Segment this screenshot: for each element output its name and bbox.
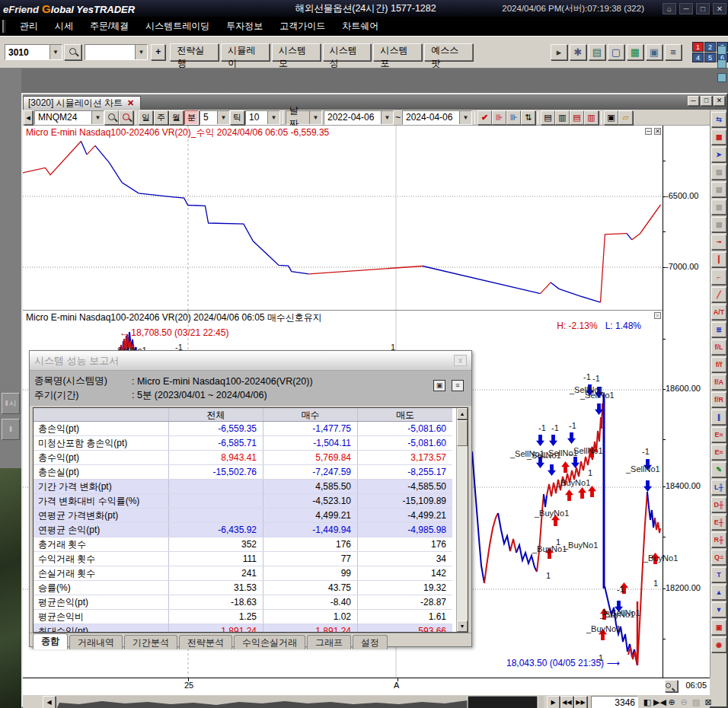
period-button-월[interactable]: 월 xyxy=(169,110,184,125)
menu-item-6[interactable]: 차트쉐어 xyxy=(334,18,387,35)
strategy-button-0[interactable]: 전략실행 xyxy=(170,43,219,61)
strategy-button-3[interactable]: 시스템성 xyxy=(323,43,372,61)
menu-item-4[interactable]: 투자정보 xyxy=(218,18,271,35)
strategy-button-2[interactable]: 시스템모 xyxy=(272,43,321,61)
chart-close-button[interactable]: ✕ xyxy=(714,96,725,106)
tick-count-combo[interactable]: 10▼ xyxy=(245,110,280,125)
scrollbar-thumb[interactable] xyxy=(457,420,468,446)
symbol-search-button[interactable] xyxy=(104,110,119,125)
camera-icon[interactable]: ▣ xyxy=(646,44,663,60)
chart-window-tab[interactable]: [3020] 시뮬레이션 차트 ✕ xyxy=(23,96,141,110)
dock-tab-quote[interactable]: ‖시 xyxy=(2,393,20,414)
tick-button[interactable]: 틱 xyxy=(230,110,244,125)
crosshair-icon[interactable]: ▨ xyxy=(711,164,726,180)
hand-icon[interactable]: ▧ xyxy=(711,182,726,197)
fib-fan-icon[interactable]: f/f xyxy=(711,357,726,372)
date-mode-combo[interactable]: 날짜▼ xyxy=(286,110,322,125)
dialog-close-icon[interactable]: x xyxy=(454,355,467,366)
price-axis[interactable]: -6500.00-7000.0018600.0018400.0018200.00 xyxy=(663,126,710,678)
low-high-icon[interactable]: L╫ xyxy=(711,480,726,495)
table-row[interactable]: 승률(%)31.5343.7519.32 xyxy=(34,581,452,595)
quick-cell-2[interactable]: 2 xyxy=(704,42,716,52)
column-header[interactable]: 매도 xyxy=(358,408,452,421)
navigator-minimap[interactable] xyxy=(56,696,544,708)
dialog-tab-수익손실거래[interactable]: 수익손실거래 xyxy=(234,635,305,649)
dialog-tab-그래프[interactable]: 그래프 xyxy=(307,635,351,649)
target-marker-icon[interactable]: ◉ xyxy=(711,637,726,652)
table-row[interactable]: 평균손익(pt)-18.63-8.40-28.87 xyxy=(34,595,452,610)
symbol-search-red-button[interactable] xyxy=(119,110,133,125)
date-from-combo[interactable]: 2022-04-06▼ xyxy=(324,110,394,125)
menu-item-2[interactable]: 주문/체결 xyxy=(81,18,137,35)
quick-cell-1[interactable]: 1 xyxy=(692,42,704,52)
arrow-up-marker-icon[interactable]: ▲ xyxy=(711,585,726,600)
e-signal-icon[interactable]: E╫ xyxy=(711,515,726,530)
period-button-분[interactable]: 분 xyxy=(184,110,199,125)
pane-restore-icon[interactable]: ▫ xyxy=(654,312,661,319)
table-row[interactable]: 기간 가격 변화(pt)4,585.50-4,585.50 xyxy=(34,480,452,494)
zoom-area-icon[interactable]: ▥ xyxy=(711,199,726,215)
dialog-tab-기간분석[interactable]: 기간분석 xyxy=(124,635,177,649)
notes-icon[interactable]: ▤ xyxy=(589,44,605,60)
table-row[interactable]: 총손익(pt)-6,559.35-1,477.75-5,081.60 xyxy=(34,422,452,436)
chart-minimize-button[interactable]: ─ xyxy=(688,96,699,106)
table-row[interactable]: 총수익(pt)8,943.415,769.843,173.57 xyxy=(34,451,452,465)
save-icon[interactable]: ▣ xyxy=(604,110,618,125)
table-row[interactable]: 손실거래 횟수24199142 xyxy=(34,566,452,581)
levels-icon[interactable]: ≣ xyxy=(711,322,726,337)
dialog-tab-거래내역[interactable]: 거래내역 xyxy=(69,635,123,649)
screen-code-combo[interactable]: 3010▼ xyxy=(5,44,62,60)
fib-retracement-icon[interactable]: f/R xyxy=(711,392,726,407)
nav-end-icon[interactable]: ▶◀ xyxy=(653,697,666,708)
time-axis[interactable]: 06:05 25A xyxy=(23,678,710,694)
dialog-titlebar[interactable]: 시스템 성능 보고서 x xyxy=(30,351,471,371)
dialog-tab-전략분석[interactable]: 전략분석 xyxy=(179,635,232,649)
report-save-icon[interactable]: ▣ xyxy=(433,380,445,391)
chart-maximize-button[interactable]: □ xyxy=(701,96,712,106)
quick-cell-4[interactable]: 4 xyxy=(692,53,704,62)
maximize-button[interactable]: □ xyxy=(696,3,710,14)
table-row[interactable]: 연평균 손익(pt)-6,435.92-1,449.94-4,985.98 xyxy=(34,523,452,537)
table-row[interactable]: 평균손익비1.251.021.61 xyxy=(34,610,452,624)
nav-left-icon[interactable]: ◀ xyxy=(43,696,56,708)
minute-combo[interactable]: 5▼ xyxy=(200,110,230,125)
nav-close-icon[interactable]: ⊠ xyxy=(702,697,714,708)
pattern-grid-icon[interactable]: ▦ xyxy=(711,129,726,145)
text-annotation-icon[interactable]: A/T xyxy=(711,305,726,320)
menu-item-1[interactable]: 시세 xyxy=(46,18,81,35)
dock-tab-2[interactable]: ‖ xyxy=(2,419,20,440)
table-scrollbar[interactable]: ▲ ▼ xyxy=(456,408,468,632)
quote-list-icon[interactable]: Q≡ xyxy=(711,550,726,565)
equity-pane[interactable]: Micro E-mini Nasdaq100-202406 VR(20)_수익 … xyxy=(23,126,663,310)
strategy-button-5[interactable]: 예스스팟 xyxy=(424,43,473,61)
add-button[interactable]: + xyxy=(151,44,165,60)
pane-collapse-icon[interactable]: ─ xyxy=(645,128,652,135)
report-print-icon[interactable]: ≡ xyxy=(452,380,464,391)
d-signal-icon[interactable]: D╫ xyxy=(711,497,726,512)
doc-copy-icon[interactable]: ▤ xyxy=(541,110,555,125)
chart-tab-close-icon[interactable]: ✕ xyxy=(127,98,134,108)
table-row[interactable]: 총손실(pt)-15,502.76-7,247.59-8,255.17 xyxy=(34,465,452,480)
close-button[interactable]: ✕ xyxy=(713,3,726,14)
nav-split-icon[interactable]: ◧ xyxy=(641,697,653,708)
search-button[interactable] xyxy=(64,44,81,60)
r-signal-icon[interactable]: R╫ xyxy=(711,532,726,547)
hline-tool-icon[interactable]: ╼ xyxy=(711,234,726,250)
doc-r1-icon[interactable]: ▤ xyxy=(570,110,584,125)
period-button-주[interactable]: 주 xyxy=(154,110,168,125)
pencil-icon[interactable]: ✎ xyxy=(711,462,726,477)
dialog-tab-종합[interactable]: 종합 xyxy=(33,633,68,649)
doc-camera-icon[interactable]: ▥ xyxy=(555,110,570,125)
column-header[interactable]: 매수 xyxy=(263,408,358,421)
monitor-icon[interactable]: ▢ xyxy=(608,44,624,60)
home-icon[interactable]: ⌂ xyxy=(663,3,676,14)
signal-check-icon[interactable]: ✔ xyxy=(477,110,492,125)
bar-chart-icon[interactable]: ⊪ xyxy=(506,110,521,125)
text-icon[interactable]: T xyxy=(711,567,726,582)
ruler-icon[interactable]: ▤ xyxy=(711,217,726,232)
quick-cell-5[interactable]: 5 xyxy=(704,53,716,62)
folder-open-icon[interactable]: ▱ xyxy=(618,110,633,125)
scroll-up-icon[interactable]: ▲ xyxy=(457,408,468,419)
scroll-down-icon[interactable]: ▼ xyxy=(457,620,468,632)
overflow-chevron-icon[interactable]: ▸ xyxy=(551,44,567,60)
